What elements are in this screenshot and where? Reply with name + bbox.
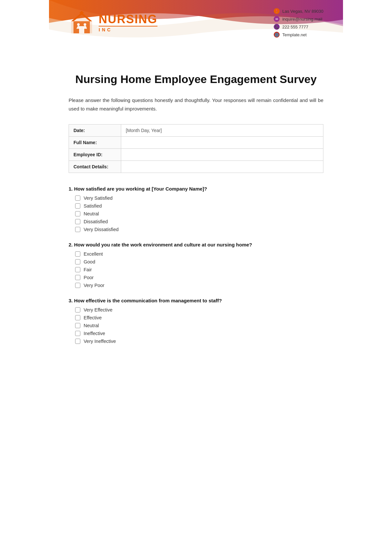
info-table: Date: [Month Day, Year] Full Name: Emplo… [69,124,323,173]
list-item[interactable]: Very Satisfied [75,195,323,201]
list-item[interactable]: Excellent [75,251,323,257]
question-number: 1. [69,186,73,192]
list-item[interactable]: Good [75,259,323,264]
question-number: 2. [69,242,73,247]
option-label: Good [84,259,95,264]
option-label: Fair [84,267,92,272]
question-2: 2. How would you rate the work environme… [69,242,323,288]
field-label: Date: [69,125,121,137]
list-item[interactable]: Dissatisfied [75,219,323,224]
options-list-1: Very Satisfied Satisfied Neutral Dissati… [69,195,323,232]
checkbox-icon[interactable] [75,331,80,336]
option-label: Satisfied [84,203,102,209]
options-list-3: Very Effective Effective Neutral Ineffec… [69,307,323,344]
question-label-3: 3. How effective is the communication fr… [69,298,323,303]
option-label: Excellent [84,251,103,257]
questions-container: 1. How satisfied are you working at [You… [69,186,323,344]
checkbox-icon[interactable] [75,219,80,224]
checkbox-icon[interactable] [75,315,80,320]
survey-title: Nursing Home Employee Engagement Survey [69,72,323,86]
option-label: Very Effective [84,307,112,312]
field-value[interactable] [121,149,323,161]
checkbox-icon[interactable] [75,307,80,312]
field-value[interactable] [121,137,323,149]
contact-address: 📍 Las Vegas, NV 89030 [274,8,323,14]
option-label: Neutral [84,323,99,328]
option-label: Very Satisfied [84,195,113,201]
list-item[interactable]: Neutral [75,323,323,328]
table-row: Employee ID: [69,149,323,161]
table-row: Date: [Month Day, Year] [69,125,323,137]
question-label-1: 1. How satisfied are you working at [You… [69,186,323,192]
svg-point-7 [84,23,86,26]
checkbox-icon[interactable] [75,275,80,280]
logo-inc-text: INC [99,26,157,32]
list-item[interactable]: Fair [75,267,323,272]
list-item[interactable]: Very Ineffective [75,339,323,344]
list-item[interactable]: Poor [75,275,323,280]
contact-website: 🌐 Template.net [274,32,323,38]
option-label: Very Dissatisfied [84,227,119,232]
logo-area: NURSING INC [69,10,157,36]
list-item[interactable]: Very Dissatisfied [75,227,323,232]
table-row: Contact Details: [69,161,323,173]
option-label: Very Poor [84,283,105,288]
field-label: Contact Details: [69,161,121,173]
option-label: Neutral [84,211,99,216]
option-label: Poor [84,275,94,280]
web-icon: 🌐 [274,32,280,38]
option-label: Effective [84,315,102,320]
phone-icon: 📞 [274,24,280,30]
option-label: Very Ineffective [84,339,116,344]
svg-point-6 [77,23,80,26]
location-icon: 📍 [274,8,280,14]
intro-text: Please answer the following questions ho… [69,96,323,113]
list-item[interactable]: Very Effective [75,307,323,312]
svg-rect-5 [80,12,84,13]
checkbox-icon[interactable] [75,251,80,257]
checkbox-icon[interactable] [75,323,80,328]
list-item[interactable]: Very Poor [75,283,323,288]
table-row: Full Name: [69,137,323,149]
question-3: 3. How effective is the communication fr… [69,298,323,344]
list-item[interactable]: Satisfied [75,203,323,209]
question-number: 3. [69,298,73,303]
logo-text: NURSING INC [99,13,157,32]
field-label: Employee ID: [69,149,121,161]
checkbox-icon[interactable] [75,259,80,264]
logo-nursing-text: NURSING [99,13,157,25]
checkbox-icon[interactable] [75,195,80,201]
logo-icon [69,10,95,36]
field-label: Full Name: [69,137,121,149]
contact-email: ✉ inquire@nursing.mail [274,16,323,22]
contact-info: 📍 Las Vegas, NV 89030 ✉ inquire@nursing.… [274,8,323,38]
list-item[interactable]: Neutral [75,211,323,216]
checkbox-icon[interactable] [75,227,80,232]
email-icon: ✉ [274,16,280,22]
field-value[interactable]: [Month Day, Year] [121,125,323,137]
question-1: 1. How satisfied are you working at [You… [69,186,323,232]
contact-phone: 📞 222 555 7777 [274,24,323,30]
option-label: Dissatisfied [84,219,108,224]
header: NURSING INC 📍 Las Vegas, NV 89030 ✉ inqu… [49,0,343,59]
field-value[interactable] [121,161,323,173]
checkbox-icon[interactable] [75,211,80,216]
main-content: Nursing Home Employee Engagement Survey … [49,59,343,373]
list-item[interactable]: Ineffective [75,331,323,336]
options-list-2: Excellent Good Fair Poor Very Poor [69,251,323,288]
checkbox-icon[interactable] [75,283,80,288]
option-label: Ineffective [84,331,105,336]
question-label-2: 2. How would you rate the work environme… [69,242,323,247]
checkbox-icon[interactable] [75,339,80,344]
checkbox-icon[interactable] [75,203,80,209]
list-item[interactable]: Effective [75,315,323,320]
checkbox-icon[interactable] [75,267,80,272]
